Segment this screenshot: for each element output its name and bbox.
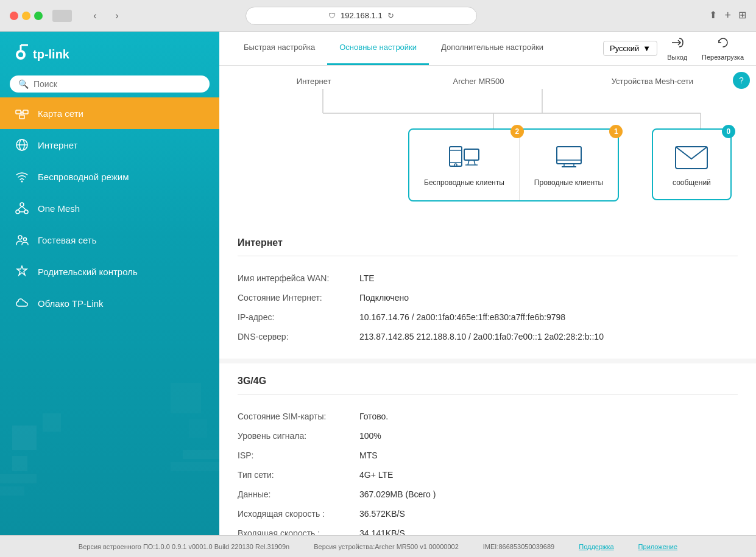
logo-svg: tp-link: [15, 44, 88, 66]
logout-icon: [671, 36, 684, 52]
sidebar-item-cloud[interactable]: Облако TP-Link: [0, 287, 219, 319]
sidebar-item-onemesh[interactable]: One Mesh: [0, 192, 219, 224]
internet-section-title: Интернет: [238, 237, 738, 248]
signal-level-label: Уровень сигнала:: [238, 431, 359, 441]
isp-row: ISP: MTS: [238, 446, 738, 465]
svg-rect-3: [171, 383, 201, 413]
svg-rect-16: [19, 115, 24, 119]
share-icon[interactable]: ⬆: [709, 9, 717, 22]
svg-point-25: [24, 210, 28, 214]
guest-label: Гостевая сеть: [38, 235, 96, 245]
cloud-icon: [15, 296, 29, 310]
svg-point-41: [454, 164, 457, 166]
mesh-label: Устройства Mesh-сети: [607, 75, 698, 86]
new-tab-icon[interactable]: +: [724, 9, 731, 22]
language-selector[interactable]: Русский ▼: [603, 32, 657, 65]
internet-status-value: Подключено: [359, 293, 409, 303]
dns-server-label: DNS-сервер:: [238, 332, 359, 342]
tp-link-logo: tp-link: [15, 44, 88, 66]
network-diagram-section: Интернет Archer MR500 Устройства Mesh-се…: [219, 66, 756, 225]
wireless-label: Беспроводной режим: [38, 172, 129, 182]
wireless-icon: [15, 169, 29, 184]
wired-count-badge: 1: [609, 125, 623, 138]
svg-line-27: [22, 206, 26, 210]
app-container: tp-link 🔍: [0, 32, 756, 535]
wan-interface-value: LTE: [359, 273, 375, 283]
sim-status-label: Состояние SIM-карты:: [238, 412, 359, 421]
support-link[interactable]: Поддержка: [579, 543, 613, 550]
search-box[interactable]: 🔍: [10, 75, 210, 93]
data-label: Данные:: [238, 489, 359, 499]
reboot-icon: [716, 36, 730, 52]
logo-area: tp-link: [0, 32, 219, 75]
dns-server-value: 213.87.142.85 212.188.8.10 / 2a00:1fa0:7…: [359, 332, 604, 342]
svg-rect-7: [183, 450, 219, 459]
search-input[interactable]: [34, 79, 201, 89]
language-button[interactable]: Русский ▼: [603, 41, 657, 56]
address-bar[interactable]: 🛡 192.168.1.1 ↻: [246, 7, 477, 25]
svg-rect-46: [557, 147, 581, 164]
app-link[interactable]: Приложение: [638, 543, 678, 550]
internet-info-section: Интернет Имя интерфейса WAN: LTE Состоян…: [219, 225, 756, 359]
minimize-button[interactable]: [22, 12, 30, 20]
svg-rect-14: [16, 110, 21, 114]
help-button[interactable]: ?: [733, 72, 750, 89]
back-button[interactable]: ‹: [87, 7, 104, 24]
download-speed-value: 34.141KB/S: [359, 528, 405, 535]
svg-rect-15: [23, 110, 28, 114]
logout-button[interactable]: Выход: [667, 36, 687, 61]
tabs-icon[interactable]: ⊞: [738, 9, 746, 22]
cellular-section-title: 3G/4G: [238, 376, 738, 387]
sidebar-item-wireless[interactable]: Беспроводной режим: [0, 161, 219, 192]
upload-speed-value: 36.572KB/S: [359, 509, 405, 519]
diagram-visual: 2: [238, 89, 738, 211]
wired-clients-label: Проводные клиенты: [534, 178, 603, 188]
wan-interface-row: Имя интерфейса WAN: LTE: [238, 268, 738, 288]
dns-server-row: DNS-сервер: 213.87.142.85 212.188.8.10 /…: [238, 327, 738, 346]
reboot-button[interactable]: Перезагрузка: [702, 36, 744, 61]
messages-card-wrapper[interactable]: 0 сообщений: [652, 128, 732, 200]
close-button[interactable]: [10, 12, 18, 20]
diagram-labels-row: Интернет Archer MR500 Устройства Mesh-се…: [238, 75, 738, 86]
sidebar-item-network-map[interactable]: Карта сети: [0, 97, 219, 129]
sim-status-row: Состояние SIM-карты: Готово.: [238, 407, 738, 426]
window-layout-icon[interactable]: [52, 10, 72, 22]
search-icon: 🔍: [18, 79, 29, 89]
sim-status-value: Готово.: [359, 412, 388, 421]
ip-address-value: 10.167.14.76 / 2a00:1fa0:465e:1ff:e830:a…: [359, 312, 565, 322]
tab-quick-setup[interactable]: Быстрая настройка: [231, 32, 327, 65]
sidebar-bg-pattern: [0, 352, 219, 535]
network-type-value: 4G+ LTE: [359, 470, 393, 480]
maximize-button[interactable]: [34, 12, 43, 20]
svg-point-29: [18, 236, 22, 239]
svg-point-10: [18, 52, 23, 57]
upload-speed-label: Исходящая скорость :: [238, 509, 359, 519]
data-row: Данные: 367.029MB (Всего ): [238, 485, 738, 504]
imei-info: IMEI:866853050039689: [483, 543, 554, 550]
download-speed-label: Входящая скорость :: [238, 528, 359, 535]
sidebar-item-parental[interactable]: Родительский контроль: [0, 256, 219, 287]
forward-button[interactable]: ›: [108, 7, 125, 24]
tab-basic-settings[interactable]: Основные настройки: [327, 32, 429, 65]
sidebar-item-internet[interactable]: Интернет: [0, 129, 219, 161]
svg-rect-5: [0, 474, 37, 483]
svg-rect-38: [450, 147, 462, 166]
logout-label: Выход: [667, 54, 687, 61]
sidebar: tp-link 🔍: [0, 32, 219, 535]
refresh-icon[interactable]: ↻: [387, 11, 394, 20]
wireless-clients-card[interactable]: 2: [409, 130, 520, 200]
cellular-divider: [238, 394, 738, 394]
svg-rect-42: [464, 149, 479, 160]
parental-label: Родительский контроль: [38, 267, 138, 277]
firmware-version: Версия встроенного ПО:1.0.0 0.9.1 v0001.…: [79, 543, 289, 550]
top-nav-actions: Выход Перезагрузка: [667, 32, 744, 65]
browser-actions: ⬆ + ⊞: [709, 9, 746, 22]
svg-line-26: [18, 206, 22, 210]
wired-clients-card[interactable]: 1 Прово: [520, 130, 618, 200]
tab-advanced-settings[interactable]: Дополнительные настройки: [429, 32, 556, 65]
svg-rect-0: [12, 426, 37, 450]
onemesh-label: One Mesh: [38, 203, 80, 214]
messages-label: сообщений: [673, 178, 711, 187]
sidebar-item-guest[interactable]: Гостевая сеть: [0, 224, 219, 256]
mesh-devices-card[interactable]: 0 сообщений: [652, 128, 732, 200]
